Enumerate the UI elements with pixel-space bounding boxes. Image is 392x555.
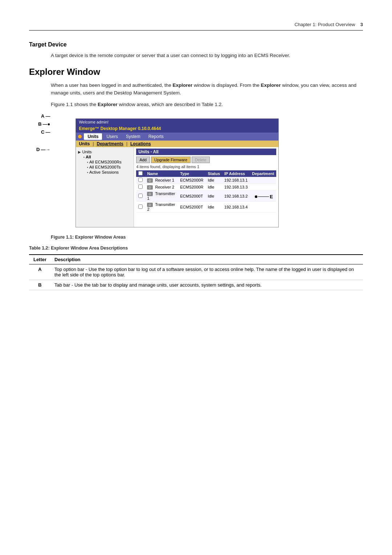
table-row: ⊙ Receiver 2 ECMS2000R Idle 192.168.13.3	[136, 184, 276, 191]
chapter-header-text: Chapter 1: Product Overview 3	[294, 22, 363, 27]
sub-tab-units[interactable]: Units	[79, 141, 90, 146]
arrow-a: —	[45, 113, 50, 119]
tree-item-icon: ▪	[83, 155, 85, 159]
desc-letter-a: A	[29, 264, 51, 280]
row2-checkbox[interactable]	[138, 185, 143, 189]
label-C: C —	[36, 128, 52, 136]
tree-active-sessions-label[interactable]: Active Sessions	[89, 170, 119, 174]
page-number: 3	[360, 22, 363, 27]
desc-row-b: B Tab bar - Use the tab bar to display a…	[29, 280, 363, 290]
col-header-description: Description	[51, 255, 363, 264]
items-found-text: 4 items found, displaying all items 1	[136, 165, 276, 169]
row4-checkbox-cell	[136, 202, 145, 212]
row1-dept	[250, 177, 276, 184]
unit-icon-2: ⊙	[147, 185, 153, 190]
explorer-window-intro: When a user has been logged in and authe…	[51, 81, 363, 97]
unit-icon-4: ⊙	[147, 203, 153, 207]
sub-tab-departments[interactable]: Departments	[97, 141, 123, 146]
add-button[interactable]: Add	[136, 157, 150, 163]
chapter-header: Chapter 1: Product Overview 3	[29, 22, 363, 31]
row3-checkbox[interactable]	[138, 194, 143, 198]
tree-item-icon-2: ▪	[87, 160, 88, 164]
units-table: Name Type Status IP Address Department	[136, 170, 276, 212]
sub-tab-bar[interactable]: Units | Departments | Locations	[76, 141, 278, 147]
tree-units-label[interactable]: Units	[82, 150, 91, 154]
row2-ip: 192.168.13.3	[222, 184, 250, 191]
tab-circle-icon	[78, 135, 82, 138]
sub-tab-sep-2: |	[126, 141, 127, 146]
label-a-text: A	[41, 113, 44, 119]
tree-ecms2000t[interactable]: ▪ All ECMS2000Ts	[86, 165, 132, 170]
side-labels: A — B —● C — D —→	[36, 112, 52, 231]
row2-type: ECMS2000R	[178, 184, 205, 191]
action-buttons: Add Upgrade Firmware Delete	[136, 157, 276, 163]
figure-reference: Figure 1.1 shows the Explorer window are…	[51, 101, 363, 109]
label-e-text: E	[270, 194, 273, 199]
col-dept: Department	[250, 170, 276, 177]
row3-status: Idle	[205, 191, 222, 202]
unit-icon-3: ⊙	[147, 192, 153, 196]
tree-ecms2000r-label[interactable]: All ECMS2000Rs	[89, 160, 122, 164]
units-all-header: Units - All	[136, 149, 276, 155]
row4-status: Idle	[205, 202, 222, 212]
tree-panel: ▶ Units ▪ All ▪ All ECMS2000Rs	[76, 147, 134, 227]
row4-checkbox[interactable]	[138, 204, 143, 209]
row1-status: Idle	[205, 177, 222, 184]
tab-system[interactable]: System	[122, 133, 144, 140]
table-row: ⊙ Receiver 1 ECMS2000R Idle 192.168.13.1	[136, 177, 276, 184]
tab-units[interactable]: Units	[84, 133, 102, 140]
tree-all-label[interactable]: All	[86, 155, 91, 159]
desc-letter-b: B	[29, 280, 51, 290]
tab-bar[interactable]: Units Users System Reports	[76, 133, 278, 141]
col-name: Name	[145, 170, 178, 177]
table-row: ⊙ Transmitter 2 ECMS2000T Idle 192.168.1…	[136, 202, 276, 212]
row2-name: ⊙ Receiver 2	[145, 184, 178, 191]
row2-checkbox-cell	[136, 184, 145, 191]
e-dot	[255, 195, 257, 198]
tab-reports[interactable]: Reports	[145, 133, 167, 140]
sub-tab-sep-1: |	[93, 141, 94, 146]
arrow-b: —●	[43, 121, 50, 127]
col-type: Type	[178, 170, 205, 177]
row4-name: ⊙ Transmitter 2	[145, 202, 178, 212]
desc-row-a: A Top option bar - Use the top option ba…	[29, 264, 363, 280]
arrow-c: —	[45, 129, 50, 135]
target-device-body: A target device is the remote computer o…	[51, 52, 363, 60]
tree-units-root[interactable]: ▶ Units	[77, 149, 132, 154]
row3-name: ⊙ Transmitter 1	[145, 191, 178, 202]
tree-all[interactable]: ▪ All	[82, 154, 132, 159]
tree-ecms2000r[interactable]: ▪ All ECMS2000Rs	[86, 159, 132, 165]
tab-users[interactable]: Users	[103, 133, 121, 140]
description-table: Letter Description A Top option bar - Us…	[29, 254, 363, 290]
welcome-text: Welcome admin!	[79, 120, 109, 124]
row4-ip: 192.168.13.4	[222, 202, 250, 212]
select-all-checkbox[interactable]	[138, 171, 143, 175]
row4-dept	[250, 202, 276, 212]
desc-text-a: Top option bar - Use the top option bar …	[51, 264, 363, 280]
row2-status: Idle	[205, 184, 222, 191]
label-b-text: B	[38, 121, 41, 127]
upgrade-firmware-button[interactable]: Upgrade Firmware	[151, 157, 191, 163]
row1-type: ECMS2000R	[178, 177, 205, 184]
tree-active-sessions[interactable]: ▪ Active Sessions	[86, 170, 132, 175]
tree-ecms2000t-label[interactable]: All ECMS2000Ts	[89, 165, 121, 169]
label-d-text: D	[36, 147, 40, 152]
label-A: A —	[36, 112, 52, 120]
tree-arrow-icon: ▶	[78, 150, 81, 154]
row3-dept: E	[250, 191, 276, 202]
app-title: Emerge™ Desktop Manager 0.10.0.4644	[79, 125, 161, 132]
e-line	[258, 197, 269, 197]
label-c-text: C	[41, 129, 44, 135]
label-D: D —→	[36, 136, 52, 231]
app-title-bar: Emerge™ Desktop Manager 0.10.0.4644	[76, 125, 278, 133]
table-caption: Table 1.2: Explorer Window Area Descript…	[29, 246, 363, 251]
row1-checkbox[interactable]	[138, 178, 143, 182]
main-content: ▶ Units ▪ All ▪ All ECMS2000Rs	[76, 147, 278, 227]
right-panel: Units - All Add Upgrade Firmware Delete …	[134, 147, 278, 227]
tree-item-icon-4: ▪	[87, 170, 88, 174]
explorer-screenshot: Welcome admin! Emerge™ Desktop Manager 0…	[75, 118, 279, 227]
delete-button[interactable]: Delete	[192, 157, 210, 163]
col-checkbox	[136, 170, 145, 177]
sub-tab-locations[interactable]: Locations	[130, 141, 151, 146]
explorer-window-heading: Explorer Window	[29, 67, 363, 77]
